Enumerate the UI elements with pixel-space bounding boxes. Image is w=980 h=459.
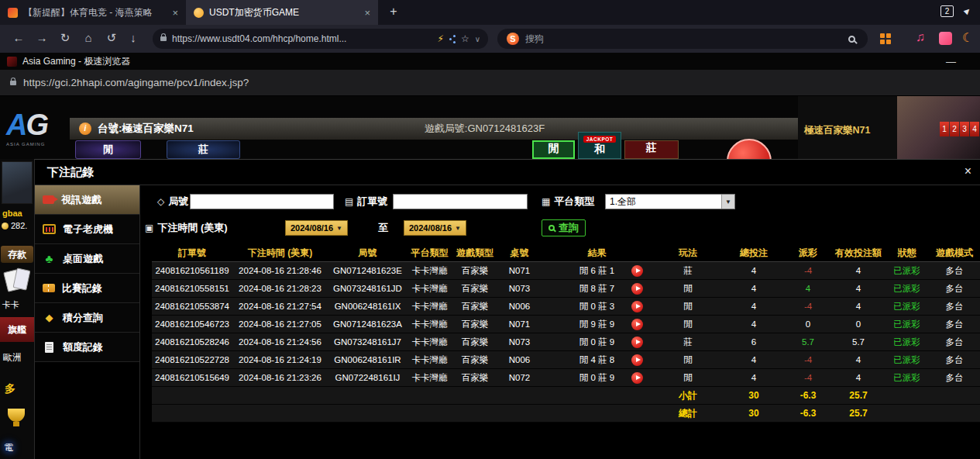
result-text: 閒 0 莊 9 bbox=[579, 337, 614, 347]
cell-game: 百家樂 bbox=[452, 280, 498, 298]
cell-platform: 卡卡灣廳 bbox=[407, 298, 452, 316]
cell-round: GN006248161IX bbox=[328, 298, 407, 316]
cell-round: GN073248161J7 bbox=[328, 333, 407, 351]
lobby-tab-multi[interactable]: 多 bbox=[5, 382, 15, 396]
new-tab-button[interactable]: + bbox=[386, 5, 401, 19]
download-icon[interactable]: ↓ bbox=[126, 31, 141, 44]
bet-tie-button[interactable]: JACKPOT 和 bbox=[578, 132, 621, 159]
bet-banker-button[interactable]: 莊 bbox=[624, 140, 679, 159]
browser-tab-bar: 【新提醒】体育电竞 - 海燕策略 × USDT加密货币GAME × + 2 ▲ bbox=[0, 0, 980, 25]
replay-video-button[interactable] bbox=[631, 283, 643, 295]
bookmark-star-icon[interactable]: ☆ bbox=[461, 33, 469, 44]
back-button[interactable]: ← bbox=[11, 31, 26, 44]
undo-icon[interactable]: ↺ bbox=[104, 31, 119, 45]
grid-icon: ▦ bbox=[542, 196, 550, 207]
jackpot-badge: JACKPOT bbox=[583, 136, 617, 143]
cell-play: 莊 bbox=[653, 262, 723, 280]
apps-grid-icon[interactable] bbox=[880, 33, 892, 44]
cell-valid: 4 bbox=[831, 351, 885, 369]
night-mode-icon[interactable]: ☾ bbox=[962, 30, 973, 45]
subtotal-label: 小計 bbox=[653, 387, 723, 405]
avatar[interactable] bbox=[2, 161, 33, 204]
cell-valid: 0 bbox=[831, 316, 885, 333]
ag-logo: AG ASIA GAMING bbox=[6, 109, 47, 147]
bet-spot-banker[interactable]: 莊 bbox=[167, 140, 240, 159]
music-icon[interactable]: ♫ bbox=[916, 30, 925, 44]
calendar-icon: ▣ bbox=[145, 223, 153, 233]
video-app-icon[interactable] bbox=[939, 32, 952, 45]
subtotal-payout: -6.3 bbox=[785, 387, 831, 405]
sidebar-item-credit-records[interactable]: 額度記錄 bbox=[35, 333, 139, 362]
tab-close-icon[interactable]: × bbox=[364, 7, 370, 19]
minimize-button[interactable]: — bbox=[946, 56, 956, 67]
select-dropdown-button[interactable]: ▼ bbox=[721, 195, 734, 209]
sidebar-item-slots[interactable]: 電子老虎機 bbox=[35, 215, 139, 244]
total-label: 總計 bbox=[653, 405, 723, 423]
cell-status: 已派彩 bbox=[885, 298, 928, 316]
replay-video-button[interactable] bbox=[631, 354, 643, 366]
cell-payout: 4 bbox=[785, 280, 831, 298]
replay-video-button[interactable] bbox=[631, 265, 643, 277]
sidebar-item-table-games[interactable]: ♣ 桌面遊戲 bbox=[35, 244, 139, 274]
search-bar[interactable]: S 搜狗 bbox=[497, 29, 868, 49]
cell-bet: 4 bbox=[723, 262, 785, 280]
replay-video-button[interactable] bbox=[631, 336, 643, 348]
lobby-tab-kaka[interactable]: 卡卡 bbox=[2, 299, 19, 311]
lightning-icon[interactable]: ⚡ bbox=[437, 33, 443, 44]
table-tabs: 1234 bbox=[940, 122, 979, 136]
tab-close-icon[interactable]: × bbox=[172, 7, 178, 19]
query-button[interactable]: 查詢 bbox=[542, 219, 586, 236]
order-number-input[interactable] bbox=[394, 195, 527, 209]
table-tab-4[interactable]: 4 bbox=[970, 122, 979, 136]
chevron-down-icon[interactable]: ∨ bbox=[475, 35, 480, 43]
column-header-valid: 有效投注額 bbox=[831, 247, 885, 260]
bet-player-button[interactable]: 閒 bbox=[532, 140, 575, 159]
sidebar-item-video-games[interactable]: 視訊遊戲 bbox=[35, 185, 139, 215]
column-header-payout: 派彩 bbox=[785, 247, 831, 260]
platform-type-select[interactable]: 1.全部 ▼ bbox=[605, 194, 735, 209]
total-row: 總計 30 -6.3 25.7 bbox=[152, 405, 980, 423]
rocket-icon[interactable]: ▲ bbox=[961, 4, 975, 18]
caret-down-icon: ▼ bbox=[455, 225, 461, 232]
lobby-tab-flagship[interactable]: 旗艦 bbox=[0, 317, 34, 342]
cell-payout: -4 bbox=[785, 298, 831, 316]
table-tab-2[interactable]: 2 bbox=[950, 122, 959, 136]
browser-tab-sports[interactable]: 【新提醒】体育电竞 - 海燕策略 × bbox=[0, 0, 186, 25]
replay-video-button[interactable] bbox=[631, 372, 643, 384]
platform-filter-label: ▦ 平台類型 bbox=[542, 195, 594, 209]
cell-bet: 6 bbox=[723, 333, 785, 351]
table-tab-1[interactable]: 1 bbox=[940, 122, 949, 136]
refresh-button[interactable]: ↻ bbox=[57, 31, 73, 45]
ag-logo-subtitle: ASIA GAMING bbox=[6, 142, 47, 147]
table-tab-3[interactable]: 3 bbox=[960, 122, 969, 136]
address-bar[interactable]: https://www.usdt04.com/hhcp/home.html...… bbox=[153, 29, 488, 49]
search-engine-label: 搜狗 bbox=[525, 33, 842, 46]
bet-spot-player[interactable]: 閒 bbox=[75, 140, 141, 159]
trophy-icon[interactable] bbox=[8, 409, 25, 422]
cell-bet: 4 bbox=[723, 351, 785, 369]
lobby-tab-egame[interactable]: 電 bbox=[4, 441, 13, 454]
round-number-input[interactable] bbox=[191, 195, 333, 209]
date-from-picker[interactable]: 2024/08/16 ▼ bbox=[285, 220, 348, 236]
share-icon[interactable] bbox=[449, 38, 452, 40]
lobby-tab-europe[interactable]: 歐洲 bbox=[3, 351, 22, 364]
bet-time-filter-label: ▣ 下注時間 (美東) bbox=[145, 221, 228, 235]
forward-button[interactable]: → bbox=[34, 31, 50, 44]
sidebar-item-match-records[interactable]: 比賽記錄 bbox=[35, 274, 139, 303]
cell-platform: 卡卡灣廳 bbox=[407, 369, 452, 387]
bet-record-row: 2408162105538742024-08-16 21:27:54GN0062… bbox=[152, 298, 980, 316]
browser-tab-usdt-game[interactable]: USDT加密货币GAME × bbox=[186, 0, 378, 25]
sidebar-item-points-inquiry[interactable]: ◆ 積分查詢 bbox=[35, 303, 139, 333]
asia-gaming-favicon bbox=[7, 57, 17, 67]
close-modal-button[interactable]: × bbox=[965, 164, 971, 178]
search-icon[interactable] bbox=[848, 36, 855, 43]
window-count-badge[interactable]: 2 bbox=[940, 5, 954, 17]
home-button[interactable]: ⌂ bbox=[81, 31, 96, 44]
date-to-picker[interactable]: 2024/08/16 ▼ bbox=[404, 220, 466, 236]
bet-record-row: 2408162105581512024-08-16 21:28:23GN0732… bbox=[152, 280, 980, 298]
popup-address-bar[interactable]: https://gci.2hhapi.com/agingame/pcv1/ind… bbox=[0, 70, 980, 96]
replay-video-button[interactable] bbox=[631, 319, 643, 330]
cell-order: 240816210546723 bbox=[152, 316, 232, 333]
replay-video-button[interactable] bbox=[631, 301, 643, 312]
deposit-button[interactable]: 存款 bbox=[1, 246, 33, 263]
